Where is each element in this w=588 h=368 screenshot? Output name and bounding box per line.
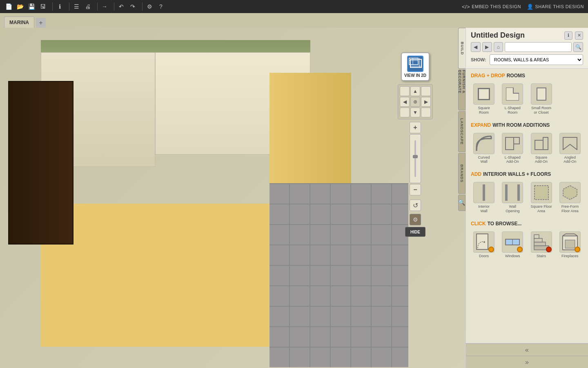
pan-controls: ▲ ◀ ⊕ ▶ ▼ [398,84,433,119]
add-tab-button[interactable]: + [36,18,46,28]
back-button[interactable]: ◀ [471,42,481,52]
pan-down-right[interactable] [421,108,431,117]
svg-rect-25 [534,235,539,238]
fireplaces-browse-item[interactable]: Fireplaces [557,230,583,260]
pan-up-right[interactable] [421,86,431,96]
side-tab-furnish[interactable]: FURNISH & DECORATE [458,70,466,110]
square-room-item[interactable]: SquareRoom [471,82,497,117]
pan-left[interactable]: ◀ [400,97,410,107]
pan-center[interactable]: ⊕ [410,97,420,107]
small-room-item[interactable]: Small Roomor Closet [528,82,555,117]
angled-addon-svg [563,137,577,150]
cabinet-area [8,81,74,245]
pan-down-left[interactable] [400,108,410,117]
drag-drop-highlight: DRAG + DROP [471,73,505,79]
interior-grid: InteriorWall WallOpening [471,180,583,215]
view-2d-button[interactable]: VIEW IN 2D [401,52,430,81]
info-icon[interactable]: ℹ [55,2,64,11]
zoom-out-button[interactable]: − [410,184,421,195]
fireplaces-label: Fireplaces [561,254,579,258]
side-tab-landscape[interactable]: LANDSCAPE [458,111,466,152]
l-shaped-addon-icon [502,133,523,154]
svg-rect-11 [543,137,548,150]
side-tab-build[interactable]: BUILD [458,28,466,69]
panel-search-button[interactable]: 🔍 [573,42,583,52]
pan-up-left[interactable] [400,86,410,96]
l-shaped-addon-label: L-ShapedAdd-On [505,155,521,164]
list-icon[interactable]: ☰ [72,2,81,11]
close-panel-button[interactable]: ✕ [575,31,583,40]
share-button[interactable]: 👤 SHARE THIS DESIGN [527,4,584,10]
settings-icon[interactable]: ⚙ [145,2,154,11]
expand-section-title: EXPAND WITH ROOM ADDITIONS [471,122,583,128]
doors-browse-item[interactable]: Doors [471,230,497,260]
info-panel-button[interactable]: ℹ [564,31,572,40]
collapse-top-button[interactable]: « [466,343,588,356]
interior-wall-label: InteriorWall [478,204,490,213]
freeform-floor-item[interactable]: Free-FormFloor Area [557,180,583,215]
separator-2 [69,2,69,11]
pan-right[interactable]: ▶ [421,97,431,107]
show-select[interactable]: ROOMS, WALLS & AREAS [490,54,583,65]
help-icon[interactable]: ? [156,2,165,11]
interior-wall-item[interactable]: InteriorWall [471,180,497,215]
export-icon[interactable]: → [100,2,109,11]
zoom-track [414,140,416,177]
int-wall-svg [481,184,487,201]
svg-rect-24 [534,238,542,242]
home-button[interactable]: ⌂ [494,42,503,52]
windows-circle [517,247,523,252]
save-icon[interactable]: 💾 [27,2,36,11]
side-tab-search[interactable]: 🔍 [458,195,466,211]
stairs-icon [531,231,552,253]
browse-section-title: CLICK TO BROWSE... [471,221,583,227]
small-shape-svg [537,88,546,101]
save-as-icon[interactable]: 🖫 [38,2,47,11]
collapse-bottom-button[interactable]: » [466,356,588,368]
settings-overlay-button[interactable]: ⚙ [410,214,421,225]
curved-wall-item[interactable]: CurvedWall [471,131,497,166]
l-shaped-room-item[interactable]: L-ShapedRoom [499,82,526,117]
windows-browse-item[interactable]: Windows [499,230,526,260]
undo-icon[interactable]: ↶ [117,2,126,11]
side-tab-brands[interactable]: BRANDS [458,153,466,194]
l-shaped-room-label: L-ShapedRoom [505,106,521,115]
tab-marina[interactable]: MARINA [4,16,34,28]
svg-rect-13 [483,184,485,201]
floor-area-item[interactable]: Square FloorArea [528,180,555,215]
panel-search-input[interactable] [505,42,572,52]
wall-opening-svg [505,184,520,201]
wall-opening-item[interactable]: WallOpening [499,180,526,215]
room-scene [8,40,396,347]
redo-icon[interactable]: ↷ [128,2,137,11]
zoom-thumb [413,155,418,158]
panel-title: Untitled Design [471,31,525,40]
svg-rect-8 [506,137,514,150]
new-file-icon[interactable]: 📄 [4,2,13,11]
angled-addon-label: AngledAdd-On [564,155,576,164]
browse-normal: TO BROWSE... [488,221,522,227]
browse-highlight: CLICK [471,221,486,227]
print-icon[interactable]: 🖨 [83,2,92,11]
forward-button[interactable]: ▶ [482,42,492,52]
hide-button[interactable]: HIDE [405,227,425,237]
svg-marker-6 [506,88,519,101]
expand-highlight: EXPAND [471,122,491,128]
angled-addon-item[interactable]: AngledAdd-On [557,131,583,166]
pan-up[interactable]: ▲ [410,86,420,96]
toolbar-right: </> EMBED THIS DESIGN 👤 SHARE THIS DESIG… [462,4,584,10]
embed-button[interactable]: </> EMBED THIS DESIGN [462,4,521,10]
pan-down[interactable]: ▼ [410,108,420,117]
square-room-icon [473,83,494,105]
square-addon-item[interactable]: SquareAdd-On [528,131,555,166]
svg-rect-1 [409,58,418,65]
stairs-browse-item[interactable]: Stairs [528,230,555,260]
open-icon[interactable]: 📂 [16,2,24,11]
interior-normal: INTERIOR WALLS + FLOORS [483,171,551,177]
l-shaped-addon-item[interactable]: L-ShapedAdd-On [499,131,526,166]
rotate-button[interactable]: ↺ [410,200,421,211]
design-canvas[interactable]: VIEW IN 2D ▲ ◀ ⊕ ▶ ▼ + [0,28,466,368]
expand-grid: CurvedWall L-ShapedAdd-On [471,131,583,166]
zoom-in-button[interactable]: + [410,122,421,133]
zoom-slider[interactable] [410,134,421,183]
